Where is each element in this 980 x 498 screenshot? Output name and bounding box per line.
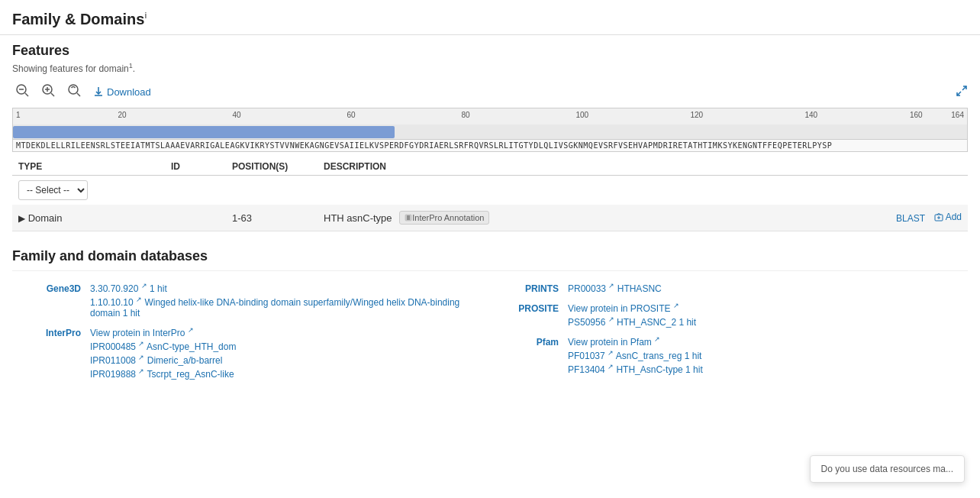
- ps50956-link[interactable]: PS50956 ↗ HTH_ASNC_2 1 hit: [568, 315, 960, 328]
- zoom-reset-button[interactable]: [64, 82, 84, 102]
- type-select-row: -- Select -- Domain Region Repeat Site: [12, 176, 968, 205]
- prosite-entry: PROSITE View protein in PROSITE ↗ PS5095…: [498, 302, 960, 329]
- interpro-badge: InterPro Annotation: [399, 211, 489, 225]
- svg-line-6: [51, 93, 54, 96]
- zoom-reset-icon: [67, 83, 81, 97]
- toolbar: Download: [12, 82, 968, 102]
- db-grid: Gene3D 3.30.70.920 ↗ 1 hit 1.10.10.10 ↗ …: [12, 282, 968, 387]
- page-container: Family & Domainsi Features Showing featu…: [0, 0, 980, 498]
- svg-line-2: [25, 93, 28, 96]
- features-heading: Features: [12, 43, 968, 59]
- badge-icon: [405, 214, 412, 222]
- expand-icon: [956, 85, 968, 97]
- family-heading: Family and domain databases: [12, 248, 968, 271]
- sequence-bar: [13, 126, 395, 138]
- col-description: DESCRIPTION: [318, 158, 846, 176]
- basket-icon: [934, 212, 943, 222]
- db-left-col: Gene3D 3.30.70.920 ↗ 1 hit 1.10.10.10 ↗ …: [12, 282, 490, 387]
- download-icon: [93, 86, 104, 97]
- prints-db-link[interactable]: PRINTS: [525, 283, 559, 294]
- col-id: ID: [165, 158, 226, 176]
- pfam-entry: Pfam View protein in Pfam ↗ PF01037 ↗ As…: [498, 335, 960, 377]
- type-select-cell: -- Select -- Domain Region Repeat Site: [12, 176, 165, 205]
- zoom-in-button[interactable]: [38, 82, 58, 102]
- domain-position-cell: 1-63: [226, 205, 318, 231]
- sequence-bar-container: [12, 124, 968, 140]
- page-title-text: Family & Domains: [12, 11, 144, 27]
- domain-actions-cell: BLAST Add: [846, 205, 968, 231]
- pf13404-link[interactable]: PF13404 ↗ HTH_AsnC-type 1 hit: [568, 363, 960, 375]
- zoom-in-icon: [41, 83, 55, 97]
- toast-notification: Do you use data resources ma...: [810, 455, 965, 483]
- type-select[interactable]: -- Select -- Domain Region Repeat Site: [18, 180, 88, 200]
- gene3d-entry: Gene3D 3.30.70.920 ↗ 1 hit 1.10.10.10 ↗ …: [20, 282, 482, 320]
- domain-type-cell: ▶ Domain: [12, 205, 165, 231]
- db-right-col: PRINTS PR00033 ↗ HTHASNC PROSITE View pr…: [490, 282, 968, 387]
- col-actions: [846, 158, 968, 176]
- prosite-db-link[interactable]: PROSITE: [518, 303, 559, 314]
- download-button[interactable]: Download: [93, 86, 151, 98]
- domain-id-cell: [165, 205, 226, 231]
- expand-button[interactable]: [956, 85, 968, 99]
- add-link[interactable]: Add: [934, 212, 962, 222]
- zoom-out-button[interactable]: [12, 82, 32, 102]
- features-table: TYPE ID POSITION(S) DESCRIPTION -- Selec…: [12, 158, 968, 231]
- pr00033-link[interactable]: PR00033 ↗ HTHASNC: [568, 282, 960, 294]
- features-section: Features Showing features for domain1.: [0, 35, 980, 239]
- gene3d-db-link[interactable]: Gene3D: [47, 283, 81, 294]
- page-title: Family & Domainsi: [0, 0, 980, 35]
- ipr011008-link[interactable]: IPR011008 ↗ Dimeric_a/b-barrel: [90, 354, 482, 366]
- pfam-view-link[interactable]: View protein in Pfam ↗: [568, 335, 960, 348]
- ipr019888-link[interactable]: IPR019888 ↗ Tscrpt_reg_AsnC-like: [90, 367, 482, 380]
- blast-link[interactable]: BLAST: [896, 213, 925, 224]
- prints-entry: PRINTS PR00033 ↗ HTHASNC: [498, 282, 960, 296]
- domain-toggle-button[interactable]: ▶: [18, 213, 25, 224]
- pf01037-link[interactable]: PF01037 ↗ AsnC_trans_reg 1 hit: [568, 349, 960, 361]
- interpro-view-link[interactable]: View protein in InterPro ↗: [90, 326, 482, 338]
- interpro-entry: InterPro View protein in InterPro ↗ IPR0…: [20, 326, 482, 381]
- domain-description-cell: HTH asnC-type InterPro Annotation: [318, 205, 846, 231]
- col-positions: POSITION(S): [226, 158, 318, 176]
- col-type: TYPE: [12, 158, 165, 176]
- sequence-text: MTDEKDLELLRILEENSRLSTEEIATMTSLAAAEVARRIG…: [12, 140, 968, 152]
- family-section: Family and domain databases Gene3D 3.30.…: [0, 239, 980, 396]
- gene3d-link-1[interactable]: 3.30.70.920 ↗ 1 hit: [90, 282, 482, 294]
- features-subtext: Showing features for domain1.: [12, 62, 968, 74]
- sequence-ruler: 1 20 40 60 80 100 120 140 160 164: [12, 108, 968, 124]
- table-row: ▶ Domain 1-63 HTH asnC-type InterPro Ann…: [12, 205, 968, 231]
- zoom-out-icon: [15, 83, 29, 97]
- pfam-db-link[interactable]: Pfam: [537, 337, 559, 348]
- prosite-view-link[interactable]: View protein in PROSITE ↗: [568, 302, 960, 314]
- ipr000485-link[interactable]: IPR000485 ↗ AsnC-type_HTH_dom: [90, 340, 482, 352]
- interpro-db-link[interactable]: InterPro: [46, 328, 81, 338]
- svg-line-8: [77, 93, 80, 96]
- gene3d-link-2[interactable]: 1.10.10.10 ↗ Winged helix-like DNA-bindi…: [90, 296, 482, 319]
